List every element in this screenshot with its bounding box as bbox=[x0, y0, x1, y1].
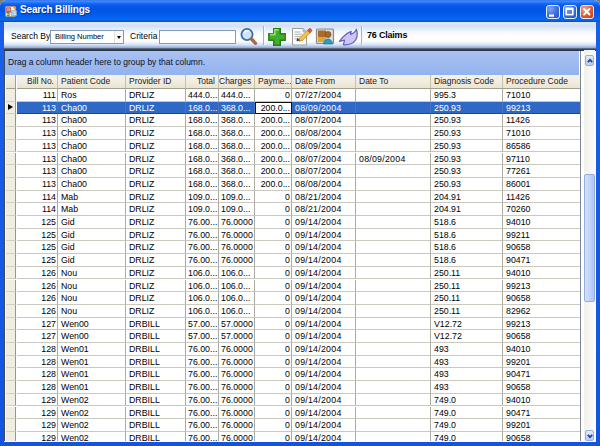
svg-text:$: $ bbox=[6, 10, 10, 18]
